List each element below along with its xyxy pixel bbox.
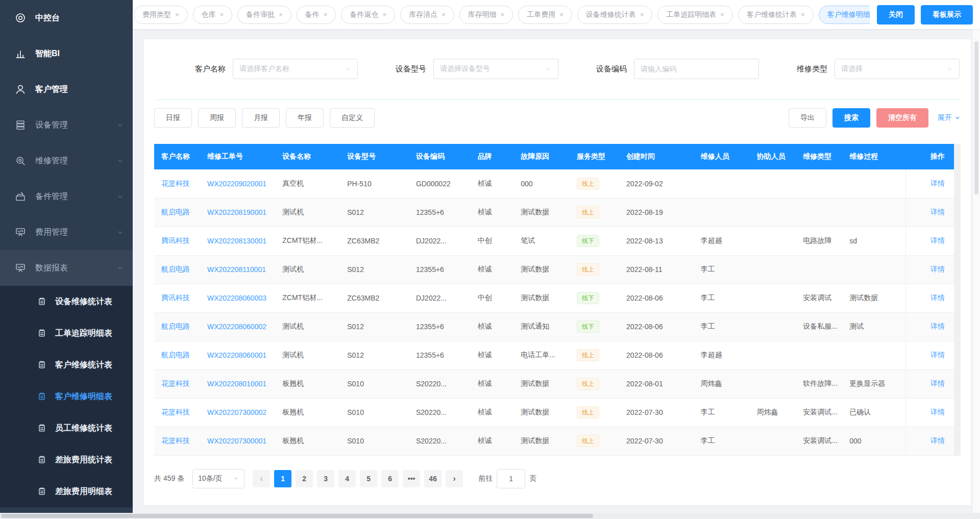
prev-page-button[interactable]: ‹ [253,470,270,487]
sidebar-subitem[interactable]: 工单追踪明细表 [0,317,133,349]
filter-text-input[interactable] [641,59,752,79]
cell-customer-link[interactable]: 航启电路 [154,341,202,369]
page-size-select[interactable]: 10条/页 [192,469,244,488]
cell-customer-link[interactable]: 腾讯科技 [154,284,202,312]
cell-detail-link[interactable]: 详情 [906,284,954,312]
sidebar-item-dashboard[interactable]: 中控台 [0,0,133,36]
sidebar-item-devices[interactable]: 设备管理 [0,107,133,143]
sidebar-subitem[interactable]: 差旅费用明细表 [0,476,133,507]
cell-detail-link[interactable]: 详情 [906,398,954,427]
tab-2[interactable]: 备件审批× [237,6,291,24]
export-button[interactable]: 导出 [789,108,826,128]
sidebar-subitem[interactable]: 客户维修明细表 [0,381,133,412]
cell-order-link[interactable]: WX202208060003 [202,284,277,312]
tab-6[interactable]: 库存明细× [459,6,513,24]
sidebar-item-spare-parts[interactable]: 备件管理 [0,179,133,214]
close-icon[interactable]: × [501,11,505,18]
sidebar-item-reports[interactable]: 数据报表 [0,250,133,286]
cell-customer-link[interactable]: 花篮科技 [154,427,202,455]
period-button-2[interactable]: 周报 [198,108,236,128]
close-icon[interactable]: × [640,11,644,18]
search-button[interactable]: 搜索 [832,108,870,128]
tab-1[interactable]: 仓库× [193,6,233,24]
horizontal-scrollbar[interactable] [0,513,980,519]
expand-toggle[interactable]: 展开 [938,113,961,122]
cell-detail-link[interactable]: 详情 [906,427,954,455]
sidebar-subitem[interactable]: 设备维修统计表 [0,286,133,317]
sidebar-item-repair[interactable]: 维修管理 [0,143,133,179]
cell-detail-link[interactable]: 详情 [906,227,954,255]
vertical-scrollbar-thumb[interactable] [974,41,978,194]
cell-customer-link[interactable]: 花篮科技 [154,169,202,198]
tab-4[interactable]: 备件返仓× [341,6,395,24]
cell-detail-link[interactable]: 详情 [906,169,954,198]
cell-customer-link[interactable]: 航启电路 [154,312,202,341]
sidebar-subitem[interactable]: 客户维修统计表 [0,349,133,381]
cell-order-link[interactable]: WX202208130001 [202,227,277,255]
close-icon[interactable]: × [720,11,724,18]
goto-page-input[interactable] [497,469,525,488]
filter-input[interactable] [634,59,759,79]
cell-order-link[interactable]: WX202209020001 [202,169,277,198]
cell-customer-link[interactable]: 航启电路 [154,255,202,284]
cell-order-link[interactable]: WX202208110001 [202,255,277,284]
cell-order-link[interactable]: WX202207300001 [202,427,277,455]
close-icon[interactable]: × [559,11,564,18]
close-icon[interactable]: × [382,11,386,18]
table-scrollbar-gutter[interactable] [954,144,961,456]
sidebar-subitem[interactable]: 员工维修统计表 [0,412,133,444]
close-icon[interactable]: × [442,11,446,18]
filter-select[interactable]: 请选择设备型号 [433,59,558,79]
cell-customer-link[interactable]: 花篮科技 [154,369,202,398]
tab-active[interactable]: 客户维修明细表× [819,6,870,24]
cell-detail-link[interactable]: 详情 [906,255,954,284]
tab-3[interactable]: 备件× [297,6,336,24]
tab-8[interactable]: 设备维修统计表× [577,6,653,24]
close-tabs-button[interactable]: 关闭 [877,5,915,24]
close-icon[interactable]: × [801,11,805,18]
sidebar-subitem[interactable]: 差旅费用统计表 [0,444,133,476]
cell-detail-link[interactable]: 详情 [906,312,954,341]
page-button-4[interactable]: 4 [338,470,356,487]
page-button-3[interactable]: 3 [317,470,334,487]
cell-detail-link[interactable]: 详情 [906,341,954,369]
period-button-1[interactable]: 日报 [154,108,192,128]
filter-select[interactable]: 请选择客户名称 [233,59,358,79]
page-ellipsis[interactable]: ••• [403,470,420,487]
page-button-46[interactable]: 46 [424,470,442,487]
sidebar-item-expenses[interactable]: 费用管理 [0,214,133,250]
period-button-3[interactable]: 月报 [242,108,280,128]
sidebar-item-bi-chart[interactable]: 智能BI [0,36,133,71]
clear-all-button[interactable]: 清空所有 [876,108,928,128]
cell-order-link[interactable]: WX202208190001 [202,198,277,227]
close-icon[interactable]: × [175,11,179,18]
cell-customer-link[interactable]: 航启电路 [154,198,202,227]
page-button-2[interactable]: 2 [296,470,313,487]
page-button-6[interactable]: 6 [381,470,399,487]
cell-customer-link[interactable]: 花篮科技 [154,398,202,427]
sidebar-item-customers[interactable]: 客户管理 [0,71,133,107]
tab-9[interactable]: 工单追踪明细表× [657,6,733,24]
cell-order-link[interactable]: WX202207300002 [202,398,277,427]
board-display-button[interactable]: 看板展示 [921,5,973,24]
cell-order-link[interactable]: WX202208060002 [202,312,277,341]
tab-10[interactable]: 客户维修统计表× [738,6,814,24]
filter-select[interactable]: 请选择 [835,59,960,79]
horizontal-scrollbar-thumb[interactable] [1,514,593,518]
page-button-1[interactable]: 1 [274,470,291,487]
cell-customer-link[interactable]: 腾讯科技 [154,227,202,255]
next-page-button[interactable]: › [446,470,463,487]
close-icon[interactable]: × [279,11,283,18]
cell-detail-link[interactable]: 详情 [906,198,954,227]
period-button-5[interactable]: 自定义 [330,108,375,128]
tab-5[interactable]: 库存清点× [400,6,454,24]
vertical-scrollbar[interactable] [973,29,980,513]
close-icon[interactable]: × [220,11,224,18]
period-button-4[interactable]: 年报 [286,108,324,128]
tab-0[interactable]: 费用类型× [134,6,188,24]
tab-7[interactable]: 工单费用× [518,6,572,24]
cell-order-link[interactable]: WX202208060001 [202,341,277,369]
cell-detail-link[interactable]: 详情 [906,369,954,398]
close-icon[interactable]: × [324,11,328,18]
cell-order-link[interactable]: WX202208010001 [202,369,277,398]
